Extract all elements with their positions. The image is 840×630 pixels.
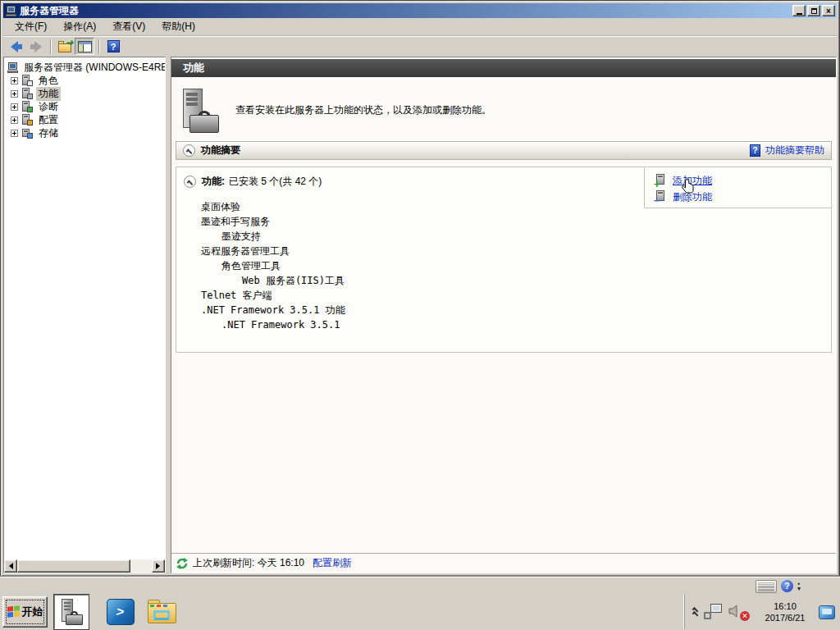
start-label: 开始 [22,605,43,619]
volume-muted-icon[interactable]: ✕ [728,603,750,621]
system-tray: ✕ 16:10 2017/6/21 [684,595,840,629]
toolbar-separator [98,39,99,54]
explorer-folder-icon[interactable] [148,600,177,624]
help-icon: ? [107,40,120,52]
menu-help[interactable]: 帮助(H) [153,18,203,36]
show-desktop-icon[interactable] [819,605,835,619]
server-toolbox-icon [180,89,222,133]
back-icon [11,41,18,52]
up-folder-icon: ➜ [58,41,72,52]
taskbar-button-server-manager[interactable] [54,595,89,629]
restore-button[interactable] [807,5,820,16]
help-icon: ? [750,144,760,157]
pane-header: 功能 [171,59,836,77]
remove-feature-icon: − [655,190,668,203]
mouse-cursor [681,179,695,195]
feature-item: 远程服务器管理工具 [176,244,831,258]
details-pane: 功能 查看安装在此服务器上功能的状态，以及添加或删除功能。 功能摘要 ? 功能摘… [171,57,837,573]
installed-features-list: 桌面体验 墨迹和手写服务 墨迹支持 远程服务器管理工具 角色管理工具 Web 服… [176,199,831,332]
taskbar: ? ▪▾ 开始 > ✕ 16:10 2017/6/21 [0,577,840,630]
feature-summary-help-link[interactable]: 功能摘要帮助 [765,144,824,158]
tray-time: 16:10 [758,600,812,612]
feature-actions: + 添加功能 − 删除功能 [644,167,831,208]
feature-item: 墨迹和手写服务 [176,214,831,229]
chevron-up-icon [186,148,193,155]
horizontal-scrollbar[interactable] [4,559,165,573]
refresh-icon [176,558,188,569]
network-icon[interactable] [704,604,722,620]
language-help-icon[interactable]: ? [781,580,793,592]
tree-root-label: 服务器管理器 (WINDOWS-E4REQH [21,61,166,75]
show-hidden-icons-chevron[interactable] [692,609,698,616]
scroll-right-button[interactable] [152,559,165,573]
scroll-left-button[interactable] [4,559,17,573]
help-button[interactable]: ? [103,38,123,55]
feature-item: Web 服务器(IIS)工具 [176,273,831,288]
console-tree: 服务器管理器 (WINDOWS-E4REQH 角色 功能 诊断 配置 [3,57,166,573]
storage-icon [21,127,33,139]
feature-item: .NET Framework 3.5.1 [176,317,831,332]
summary-title: 功能摘要 [201,144,240,158]
tray-date: 2017/6/21 [758,612,812,623]
feature-item: Telnet 客户端 [176,288,831,303]
expand-icon[interactable] [11,103,18,111]
feature-item: .NET Framework 3.5.1 功能 [176,303,831,317]
menu-action[interactable]: 操作(A) [55,18,104,36]
collapse-summary-button[interactable] [183,144,195,157]
forward-icon [34,41,42,52]
tree-item-diagnostics[interactable]: 诊断 [6,100,163,113]
server-manager-icon [59,599,84,625]
collapse-features-button[interactable] [184,176,196,188]
features-box: 功能: 已安装 5 个(共 42 个) + 添加功能 − 删除功能 [176,167,832,353]
last-refresh-text: 上次刷新时间: 今天 16:10 [193,556,304,570]
configure-refresh-link[interactable]: 配置刷新 [313,556,352,570]
console-tree-toggle-button[interactable] [75,38,94,55]
intro-text: 查看安装在此服务器上功能的状态，以及添加或删除功能。 [235,103,491,117]
tree-item-storage[interactable]: 存储 [6,126,163,139]
language-bar: ? ▪▾ [756,579,801,593]
tree-item-configuration[interactable]: 配置 [6,113,163,126]
back-button[interactable] [7,38,26,55]
expand-icon[interactable] [11,90,18,98]
console-tree-icon [78,41,92,52]
tree-item-features[interactable]: 功能 [6,87,163,100]
features-icon [21,88,33,99]
feature-summary-bar: 功能摘要 ? 功能摘要帮助 [176,141,832,160]
computer-icon [7,62,19,73]
roles-icon [21,75,33,86]
intro-section: 查看安装在此服务器上功能的状态，以及添加或删除功能。 [171,77,836,141]
chevron-up-icon [187,180,194,186]
toolbar: ➜ ? [3,37,837,56]
keyboard-icon[interactable] [756,580,777,593]
menu-file[interactable]: 文件(F) [7,18,55,36]
mute-badge-icon: ✕ [740,611,750,621]
scrollbar-thumb[interactable] [17,559,130,573]
clock[interactable]: 16:10 2017/6/21 [758,600,812,623]
forward-button[interactable] [26,38,46,55]
app-icon [6,6,17,16]
windows-logo-icon [7,605,20,619]
expand-icon[interactable] [11,77,18,84]
tree-item-roles[interactable]: 角色 [6,74,163,87]
features-count: 已安装 5 个(共 42 个) [229,175,322,189]
expand-icon[interactable] [11,116,18,124]
window-title: 服务器管理器 [20,4,792,18]
close-button[interactable]: × [822,5,835,16]
pane-title: 功能 [183,61,204,75]
toolbar-separator [50,39,51,54]
add-feature-icon: + [655,174,668,187]
diagnostics-icon [21,101,33,112]
start-button[interactable]: 开始 [2,596,48,628]
menu-view[interactable]: 查看(V) [104,18,153,36]
powershell-icon[interactable]: > [107,599,135,625]
titlebar: 服务器管理器 × [3,3,837,18]
configuration-icon [21,114,33,126]
menubar: 文件(F) 操作(A) 查看(V) 帮助(H) [3,18,837,36]
feature-item: 墨迹支持 [176,229,831,244]
tree-selected-label: 功能 [36,87,61,101]
up-one-level-button[interactable]: ➜ [55,38,75,55]
tree-root[interactable]: 服务器管理器 (WINDOWS-E4REQH [6,61,163,74]
language-options-icon[interactable]: ▪▾ [797,582,801,591]
expand-icon[interactable] [11,130,18,137]
minimize-button[interactable] [792,5,806,16]
